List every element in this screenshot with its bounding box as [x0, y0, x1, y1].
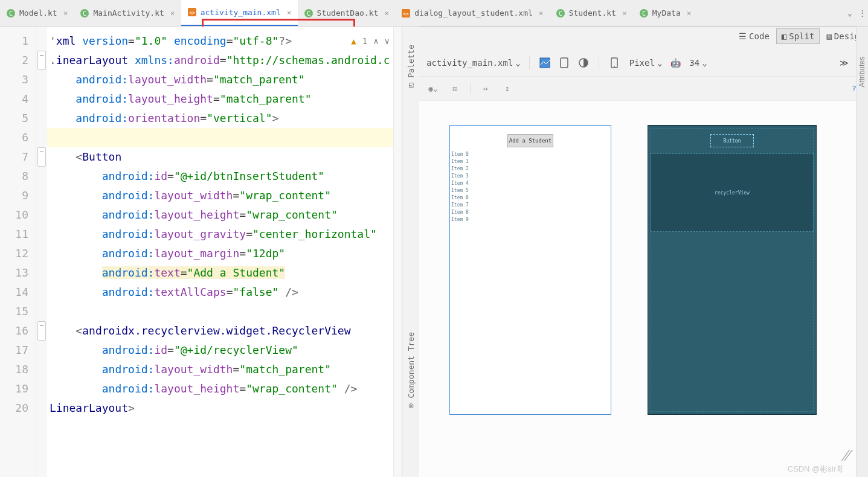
editor-scrollbar[interactable] — [393, 27, 402, 477]
line-number[interactable]: 9 — [0, 186, 28, 205]
fold-icon[interactable] — [37, 147, 46, 167]
code-line[interactable]: android:textAllCaps="false" /> — [47, 283, 393, 302]
xml-layout-icon: <> — [401, 8, 411, 18]
line-number[interactable]: 14 — [0, 283, 28, 302]
component-tree-tab[interactable]: ◎ Component Tree — [407, 332, 416, 411]
chevron-down-icon: ⌄ — [657, 58, 662, 68]
line-number[interactable]: 15 — [0, 302, 28, 321]
list-item: Item 2 — [451, 165, 609, 173]
code-line[interactable]: android:id="@+id/btnInsertStudent" — [47, 167, 393, 186]
chevron-down-icon[interactable]: ∨ — [385, 31, 390, 51]
line-number[interactable]: 2 — [0, 51, 28, 70]
code-line[interactable] — [47, 302, 393, 321]
pan-vertical-icon[interactable]: ↕ — [501, 82, 514, 95]
line-number[interactable]: 1 — [0, 31, 28, 51]
line-number[interactable]: 8 — [0, 167, 28, 186]
design-preview[interactable]: Add a Student Item 0Item 1Item 2Item 3It… — [449, 125, 611, 415]
line-number[interactable]: 10 — [0, 205, 28, 225]
design-surface[interactable]: Add a Student Item 0Item 1Item 2Item 3It… — [419, 101, 868, 477]
orientation-icon[interactable] — [558, 56, 571, 69]
code-line[interactable]: <androidx.recyclerview.widget.RecyclerVi… — [47, 321, 393, 341]
close-icon[interactable]: × — [287, 8, 292, 17]
kotlin-class-icon: C — [6, 8, 16, 18]
tab-kebab-button[interactable]: ⋮ — [856, 8, 868, 18]
close-icon[interactable]: × — [170, 8, 175, 18]
code-line[interactable]: android:layout_width="wrap_content" — [47, 186, 393, 205]
svg-text:C: C — [559, 10, 562, 17]
line-number[interactable]: 11 — [0, 225, 28, 244]
fold-icon[interactable] — [37, 51, 46, 70]
code-line[interactable]: android:layout_width="match_parent" — [47, 360, 393, 379]
viewport-icon[interactable]: ⧈ — [448, 82, 461, 95]
pan-horizontal-icon[interactable]: ↔ — [479, 82, 492, 95]
close-icon[interactable]: × — [384, 8, 389, 18]
code-line[interactable]: android:layout_height="wrap_content" — [47, 205, 393, 225]
tree-label: Component Tree — [407, 332, 416, 399]
line-number[interactable]: 13 — [0, 263, 28, 283]
blueprint-preview[interactable]: Button recyclerView — [648, 125, 817, 415]
attributes-tool-strip[interactable]: Attributes — [856, 27, 868, 477]
line-number[interactable]: 20 — [0, 399, 28, 418]
code-line[interactable]: android:layout_height="match_parent" — [47, 89, 393, 109]
kotlin-class-icon: C — [639, 8, 649, 18]
code-line[interactable]: android:layout_margin="12dp" — [47, 244, 393, 263]
line-number[interactable]: 7 — [0, 147, 28, 167]
code-line[interactable]: LinearLayout> — [47, 399, 393, 418]
code-line[interactable]: <Button — [47, 147, 393, 167]
design-toolbar-secondary: ◉⌄ ⧈ ↔ ↕ ? — [419, 77, 868, 101]
fold-icon[interactable] — [37, 321, 46, 341]
line-number[interactable]: 6 — [0, 128, 28, 147]
line-number[interactable]: 4 — [0, 89, 28, 109]
code-line[interactable]: android:text="Add a Student" — [47, 263, 393, 283]
line-number[interactable]: 19 — [0, 379, 28, 399]
svg-text:<>: <> — [403, 11, 409, 17]
code-line[interactable]: .inearLayout xmlns:android="http://schem… — [47, 51, 393, 70]
list-item: Item 1 — [451, 158, 609, 165]
visibility-icon[interactable]: ◉⌄ — [426, 82, 440, 95]
tab-overflow-button[interactable]: ⌄ — [844, 8, 856, 18]
editor-tabs: CModel.kt×CMainActivity.kt×<>activity_ma… — [0, 0, 868, 27]
blueprint-button[interactable]: Button — [710, 134, 754, 147]
line-number[interactable]: 5 — [0, 109, 28, 128]
code-line[interactable]: 'xml version="1.0" encoding="utf-8"?> — [47, 31, 393, 51]
tab-model-kt[interactable]: CModel.kt× — [0, 0, 74, 27]
tab-mainactivity-kt[interactable]: CMainActivity.kt× — [74, 0, 181, 27]
tree-icon: ◎ — [407, 402, 416, 411]
code-line[interactable]: android:id="@+id/recyclerView" — [47, 341, 393, 360]
code-line[interactable]: android:layout_width="match_parent" — [47, 70, 393, 89]
tab-student-kt[interactable]: CStudent.kt× — [550, 0, 633, 27]
tab-activity-main-xml[interactable]: <>activity_main.xml× — [181, 0, 298, 27]
inspection-indicator[interactable]: ▲ 1 ∧ ∨ — [351, 31, 390, 51]
close-icon[interactable]: × — [63, 8, 68, 18]
api-selector[interactable]: 34 ⌄ — [689, 58, 707, 68]
tab-studentdao-kt[interactable]: CStudentDao.kt× — [298, 0, 396, 27]
line-gutter: 1234567891011121314151617181920 — [0, 27, 36, 477]
list-item: Item 4 — [451, 180, 609, 187]
close-icon[interactable]: × — [622, 8, 627, 18]
device-type-icon[interactable] — [608, 56, 621, 69]
code-line[interactable] — [47, 128, 393, 147]
line-number[interactable]: 17 — [0, 341, 28, 360]
tab-dialog-layout-student-xml[interactable]: <>dialog_layout_student.xml× — [395, 0, 550, 27]
design-file-selector[interactable]: activity_main.xml ⌄ — [426, 58, 521, 68]
line-number[interactable]: 3 — [0, 70, 28, 89]
code-line[interactable]: android:layout_gravity="center_horizonta… — [47, 225, 393, 244]
close-icon[interactable]: × — [539, 8, 544, 18]
code-line[interactable]: android:layout_height="wrap_content" /> — [47, 379, 393, 399]
night-mode-icon[interactable] — [577, 56, 590, 69]
tab-mydata[interactable]: CMyData× — [633, 0, 698, 27]
blueprint-recycler[interactable]: recyclerView — [651, 153, 814, 232]
device-selector[interactable]: Pixel ⌄ — [629, 58, 663, 68]
more-icon[interactable]: ≫ — [840, 58, 847, 68]
resize-handle-icon[interactable]: ⁄⁄ — [844, 445, 850, 465]
code-line[interactable]: android:orientation="vertical"> — [47, 109, 393, 128]
line-number[interactable]: 18 — [0, 360, 28, 379]
design-surface-icon[interactable] — [538, 56, 551, 69]
preview-button[interactable]: Add a Student — [507, 134, 553, 147]
close-icon[interactable]: × — [687, 8, 692, 18]
line-number[interactable]: 12 — [0, 244, 28, 263]
line-number[interactable]: 16 — [0, 321, 28, 341]
chevron-up-icon[interactable]: ∧ — [373, 31, 378, 51]
code-area[interactable]: ▲ 1 ∧ ∨ 'xml version="1.0" encoding="utf… — [47, 27, 393, 477]
palette-tab[interactable]: ◳ Palette — [407, 45, 416, 91]
